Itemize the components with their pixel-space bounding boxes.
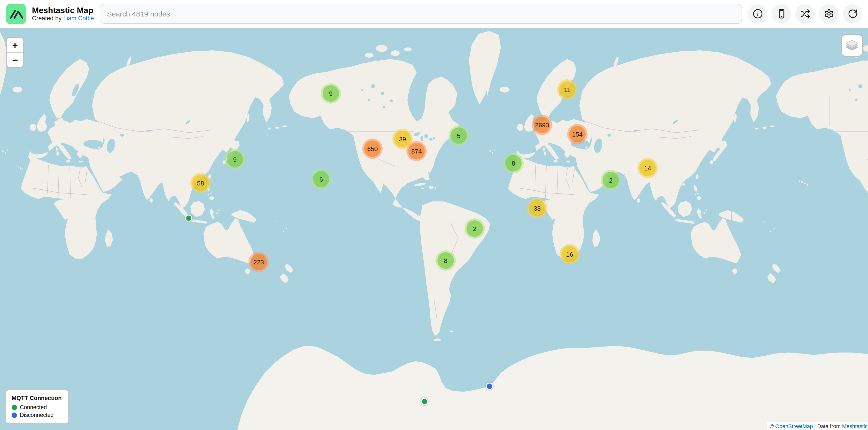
cluster-marker[interactable]: 223 (248, 252, 269, 272)
node-marker-connected[interactable] (185, 214, 192, 222)
cluster-count: 5 (451, 127, 467, 144)
cluster-marker[interactable]: 2 (465, 219, 485, 239)
title-block: Meshtastic Map Created by Liam Cottle (32, 6, 94, 22)
map-canvas[interactable]: 911269315439565087481429586332816223 + −… (0, 28, 868, 430)
attribution-copyright: © (770, 423, 775, 429)
zoom-out-button[interactable]: − (7, 52, 23, 67)
attribution: © OpenStreetMap | Data from Meshtastic (767, 422, 868, 430)
cluster-count: 223 (250, 254, 267, 270)
legend-item: Connected (11, 404, 62, 410)
smartphone-icon (776, 9, 786, 19)
cluster-marker[interactable]: 5 (448, 125, 469, 146)
cluster-count: 6 (313, 171, 330, 188)
legend-label: Connected (20, 404, 47, 410)
cluster-marker[interactable]: 154 (567, 124, 588, 144)
cluster-count: 8 (505, 155, 522, 171)
zoom-control: + − (6, 37, 24, 68)
cluster-marker[interactable]: 11 (557, 79, 578, 100)
info-circle-icon (752, 9, 763, 19)
cluster-count: 16 (561, 246, 578, 262)
cluster-count: 9 (227, 151, 243, 168)
app: Meshtastic Map Created by Liam Cottle (0, 0, 868, 430)
settings-button[interactable] (819, 4, 838, 24)
legend-title: MQTT Connection (11, 395, 62, 401)
subtitle-prefix: Created by (32, 15, 63, 22)
cluster-count: 874 (408, 143, 425, 159)
random-node-button[interactable] (795, 4, 815, 24)
author-link[interactable]: Liam Cottle (63, 15, 94, 22)
legend-label: Disconnected (20, 412, 54, 418)
legend-dot-icon (11, 405, 17, 410)
refresh-button[interactable] (843, 4, 862, 24)
shuffle-icon (800, 9, 810, 19)
legend-items: ConnectedDisconnected (11, 404, 62, 418)
cluster-count: 2693 (534, 117, 550, 133)
cluster-marker[interactable]: 8 (435, 250, 456, 271)
gear-icon (824, 9, 834, 19)
cluster-count: 650 (364, 140, 381, 157)
cluster-count: 2 (602, 172, 619, 188)
cluster-count: 33 (529, 200, 546, 217)
legend-item: Disconnected (11, 412, 62, 418)
node-marker-disconnected[interactable] (486, 382, 493, 390)
mqtt-connection-legend: MQTT Connection ConnectedDisconnected (5, 389, 69, 424)
search-input[interactable] (100, 4, 742, 24)
cluster-marker[interactable]: 58 (190, 173, 211, 193)
cluster-count: 11 (559, 81, 576, 98)
header: Meshtastic Map Created by Liam Cottle (0, 0, 868, 28)
cluster-marker[interactable]: 2 (600, 170, 621, 190)
zoom-in-button[interactable]: + (7, 38, 23, 52)
osm-link[interactable]: OpenStreetMap (775, 423, 813, 429)
cluster-count: 58 (192, 175, 209, 191)
attribution-separator: | Data from (813, 423, 842, 429)
meshtastic-logo-icon[interactable] (6, 4, 26, 24)
cluster-marker[interactable]: 874 (406, 141, 427, 161)
cluster-count: 9 (322, 85, 339, 102)
header-buttons (748, 4, 862, 24)
cluster-marker[interactable]: 9 (321, 83, 341, 104)
cluster-marker[interactable]: 650 (362, 138, 383, 159)
cluster-count: 8 (437, 252, 454, 269)
mobile-app-button[interactable] (772, 4, 791, 24)
page-title: Meshtastic Map (32, 6, 94, 15)
cluster-marker[interactable]: 9 (225, 149, 245, 169)
page-subtitle: Created by Liam Cottle (32, 15, 94, 22)
cluster-marker[interactable]: 8 (503, 153, 524, 173)
world-map (0, 28, 868, 430)
layers-control[interactable] (841, 34, 863, 57)
cluster-count: 14 (640, 160, 656, 176)
node-marker-connected[interactable] (421, 398, 428, 405)
legend-dot-icon (11, 412, 17, 418)
cluster-marker[interactable]: 33 (527, 198, 547, 219)
cluster-marker[interactable]: 2693 (532, 115, 552, 135)
cluster-count: 154 (569, 126, 586, 142)
cluster-marker[interactable]: 14 (638, 158, 658, 178)
meshtastic-link[interactable]: Meshtastic (842, 423, 868, 429)
cluster-marker[interactable]: 6 (311, 169, 331, 189)
info-button[interactable] (748, 4, 767, 24)
cluster-count: 2 (466, 220, 483, 237)
refresh-icon (847, 9, 858, 19)
cluster-marker[interactable]: 16 (559, 244, 580, 264)
layers-icon (845, 38, 859, 53)
